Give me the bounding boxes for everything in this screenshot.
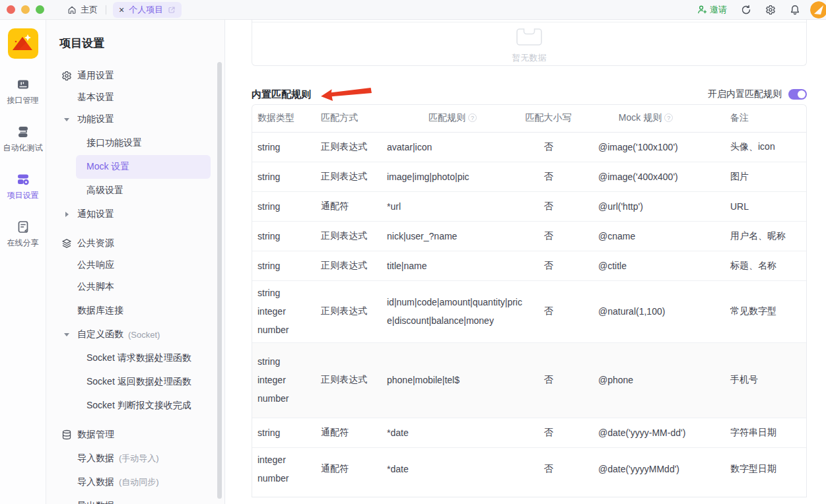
- invite-button[interactable]: 邀请: [697, 4, 727, 16]
- gear-icon: [61, 71, 72, 81]
- sidebar-item-label: 通用设置: [77, 70, 114, 82]
- window-zoom-button[interactable]: [36, 5, 44, 14]
- sidebar-item-database-connection[interactable]: 数据库连接: [46, 299, 224, 323]
- builtin-rules-toggle[interactable]: [788, 89, 807, 100]
- invite-label: 邀请: [710, 4, 727, 16]
- sidebar-item-label: 公共脚本: [77, 281, 114, 293]
- home-icon: [67, 5, 77, 15]
- cell-note: 用户名、昵称: [718, 221, 806, 251]
- sidebar-item-label: 基本设置: [77, 92, 114, 104]
- sidebar-item-import-data-manual[interactable]: 导入数据(手动导入): [46, 447, 224, 470]
- sidebar-item-import-data-auto[interactable]: 导入数据(自动同步): [46, 470, 224, 494]
- cell-match-method: 正则表达式: [316, 342, 382, 418]
- sidebar-item-label: 导入数据: [77, 476, 114, 488]
- help-icon[interactable]: ?: [468, 113, 477, 122]
- cell-mock-rule: @natural(1,100): [573, 280, 718, 342]
- help-icon[interactable]: ?: [664, 113, 673, 122]
- table-row: string正则表达式nick|user_?name否@cname用户名、昵称: [252, 221, 806, 251]
- caret-down-icon[interactable]: [61, 333, 72, 336]
- cell-case-sensitive: 否: [524, 132, 573, 162]
- cell-mock-rule: @image('400x400'): [573, 162, 718, 191]
- table-header-row: 数据类型 匹配方式 匹配规则? 匹配大小写 Mock 规则? 备注: [252, 105, 806, 132]
- external-link-icon[interactable]: [168, 6, 176, 14]
- rail-item-online-share[interactable]: 在线分享: [7, 220, 39, 249]
- cell-mock-rule: @cname: [573, 221, 718, 251]
- cell-note: 图片: [718, 162, 806, 191]
- sidebar-item-basic-settings[interactable]: 基本设置: [46, 88, 224, 108]
- rail-item-automation-test[interactable]: 自动化测试: [3, 125, 43, 154]
- sidebar-item-export-data[interactable]: 导出数据: [46, 494, 224, 504]
- cell-mock-rule: @phone: [573, 342, 718, 418]
- top-bar: 主页 × 个人项目 邀请: [0, 0, 826, 20]
- annotation-arrow-icon: [320, 85, 373, 104]
- cell-note: URL: [718, 191, 806, 221]
- cell-case-sensitive: 否: [524, 447, 573, 490]
- rail-label: 在线分享: [7, 237, 39, 249]
- divider: [252, 22, 806, 22]
- sidebar-item-common-resources[interactable]: 公共资源: [46, 232, 224, 255]
- sidebar-item-data-management[interactable]: 数据管理: [46, 423, 224, 447]
- window-close-button[interactable]: [7, 5, 15, 14]
- cell-match-method: 通配符: [316, 191, 382, 221]
- sidebar-item-socket-request-handler[interactable]: Socket 请求数据处理函数: [46, 346, 224, 370]
- sync-icon: [741, 5, 751, 15]
- sidebar-item-suffix: (自动同步): [119, 476, 159, 488]
- cell-data-type: string: [252, 418, 316, 447]
- sidebar-item-api-feature-settings[interactable]: 接口功能设置: [46, 131, 224, 155]
- cell-mock-rule: @ctitle: [573, 251, 718, 280]
- cell-case-sensitive: 否: [524, 280, 573, 342]
- sidebar-item-mock-settings[interactable]: Mock 设置: [76, 155, 211, 179]
- sidebar-item-custom-functions[interactable]: 自定义函数(Socket): [46, 323, 224, 346]
- sidebar-item-label: 高级设置: [86, 185, 123, 197]
- sidebar-item-common-script[interactable]: 公共脚本: [46, 275, 224, 299]
- table-row: integer number通配符*date否@date('yyyyMMdd')…: [252, 447, 806, 490]
- sidebar-item-label: 通知设置: [77, 208, 114, 220]
- cell-match-method: 通配符: [316, 447, 382, 490]
- user-avatar[interactable]: [810, 1, 826, 18]
- cell-data-type: string: [252, 221, 316, 251]
- rail-item-api-management[interactable]: 接口管理: [7, 77, 39, 106]
- tab-home[interactable]: 主页: [67, 4, 98, 16]
- caret-right-icon[interactable]: [61, 212, 72, 217]
- topbar-actions: 邀请: [697, 1, 826, 18]
- settings-button[interactable]: [765, 5, 776, 15]
- cell-case-sensitive: 否: [524, 162, 573, 191]
- sidebar-item-socket-message-complete[interactable]: Socket 判断报文接收完成: [46, 394, 224, 418]
- sidebar-item-label: 公共响应: [77, 259, 114, 271]
- column-header-data-type: 数据类型: [252, 105, 316, 132]
- app-logo[interactable]: [8, 28, 38, 59]
- column-header-case-sensitive: 匹配大小写: [524, 105, 573, 132]
- cell-case-sensitive: 否: [524, 418, 573, 447]
- close-tab-icon[interactable]: ×: [119, 5, 124, 15]
- cell-data-type: integer number: [252, 447, 316, 490]
- cell-mock-rule: @date('yyyy-MM-dd'): [573, 418, 718, 447]
- sync-button[interactable]: [741, 5, 751, 15]
- sidebar-item-label: 导出数据: [77, 500, 114, 504]
- sidebar-item-general-settings[interactable]: 通用设置: [46, 64, 224, 88]
- table-row: string正则表达式avatar|icon否@image('100x100')…: [252, 132, 806, 162]
- cell-mock-rule: @image('100x100'): [573, 132, 718, 162]
- online-share-icon: [16, 220, 30, 234]
- table-row: string通配符*url否@url('http')URL: [252, 191, 806, 221]
- gear-icon: [765, 5, 776, 15]
- caret-down-icon[interactable]: [61, 118, 72, 121]
- builtin-rules-table: 数据类型 匹配方式 匹配规则? 匹配大小写 Mock 规则? 备注 string…: [252, 104, 807, 497]
- tab-personal-project[interactable]: × 个人项目: [113, 2, 182, 18]
- rail-label: 自动化测试: [3, 142, 43, 154]
- sidebar-scrollbar[interactable]: [217, 62, 222, 499]
- sidebar-item-notification-settings[interactable]: 通知设置: [46, 203, 224, 226]
- sidebar-item-feature-settings[interactable]: 功能设置: [46, 108, 224, 131]
- sidebar-item-label: Socket 判断报文接收完成: [86, 400, 191, 412]
- sidebar-item-label: 数据管理: [77, 429, 114, 441]
- cell-case-sensitive: 否: [524, 251, 573, 280]
- notifications-button[interactable]: [790, 5, 800, 15]
- window-minimize-button[interactable]: [21, 5, 30, 14]
- sidebar-item-common-response[interactable]: 公共响应: [46, 255, 224, 275]
- cell-note: 标题、名称: [718, 251, 806, 280]
- cell-data-type: string: [252, 132, 316, 162]
- rail-item-project-settings[interactable]: 项目设置: [7, 172, 39, 201]
- left-rail: 接口管理 自动化测试 项目设置 在线分享: [0, 20, 46, 504]
- sidebar-item-advanced-settings[interactable]: 高级设置: [46, 179, 224, 203]
- sidebar-item-socket-response-handler[interactable]: Socket 返回数据处理函数: [46, 370, 224, 394]
- cell-match-method: 通配符: [316, 418, 382, 447]
